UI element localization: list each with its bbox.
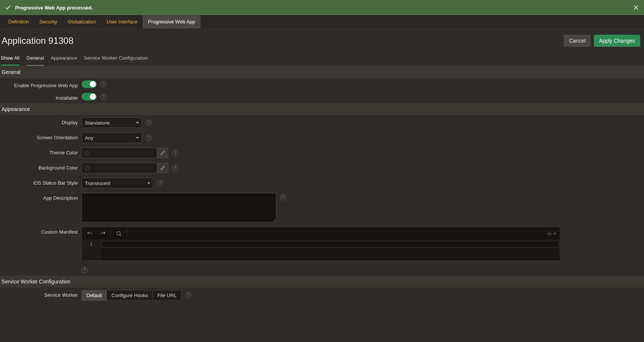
select-ios-status[interactable]: Translucent — [82, 178, 153, 188]
label-display: Display — [0, 117, 82, 125]
seg-default[interactable]: Default — [82, 290, 107, 300]
chevron-down-icon[interactable] — [553, 232, 557, 236]
label-service-worker: Service Worker — [0, 290, 82, 298]
subtab-swc[interactable]: Service Worker Configuration — [84, 52, 148, 66]
seg-file-url[interactable]: File URL — [153, 290, 181, 300]
help-icon[interactable]: ? — [100, 94, 106, 100]
no-color-icon — [84, 165, 89, 171]
undo-icon[interactable] — [85, 229, 95, 239]
help-icon[interactable]: ? — [280, 194, 286, 200]
label-enable-pwa: Enable Progressive Web App — [0, 80, 82, 88]
label-theme-color: Theme Color — [0, 148, 82, 156]
redo-icon[interactable] — [98, 229, 108, 239]
notification-bar: Progressive Web App processed. — [0, 0, 644, 15]
svg-line-5 — [120, 234, 122, 236]
subtabs: Show All General Appearance Service Work… — [0, 52, 644, 66]
segment-service-worker: Default Configure Hooks File URL — [82, 290, 182, 301]
code-gutter: 1 — [82, 240, 101, 260]
input-bg-color[interactable] — [82, 163, 157, 173]
svg-point-6 — [548, 233, 550, 234]
select-display[interactable]: Standalone — [82, 117, 142, 128]
section-header-swc: Service Worker Configuration — [0, 276, 644, 288]
tab-definition[interactable]: Definition — [3, 15, 34, 28]
label-ios-status: iOS Status Bar Style — [0, 178, 82, 186]
svg-line-1 — [85, 151, 88, 154]
tab-globalization[interactable]: Globalization — [62, 15, 101, 28]
svg-point-4 — [117, 231, 120, 235]
close-icon[interactable] — [633, 5, 639, 10]
apply-changes-button[interactable]: Apply Changes — [594, 35, 640, 47]
label-custom-manifest: Custom Manifest — [0, 227, 82, 235]
select-orientation[interactable]: Any — [82, 132, 142, 143]
section-header-general: General — [0, 66, 644, 78]
search-icon[interactable] — [114, 229, 124, 239]
subtab-appearance[interactable]: Appearance — [51, 52, 77, 66]
code-area[interactable] — [101, 240, 560, 260]
label-installable: Installable — [0, 93, 82, 101]
subtab-general[interactable]: General — [26, 52, 44, 66]
label-bg-color: Background Color — [0, 163, 82, 171]
gear-icon[interactable] — [546, 231, 552, 237]
toggle-installable[interactable] — [82, 93, 97, 100]
cancel-button[interactable]: Cancel — [564, 35, 591, 47]
code-editor: 1 — [82, 227, 560, 261]
input-theme-color[interactable] — [82, 148, 157, 158]
label-app-desc: App Description — [0, 193, 82, 201]
section-header-appearance: Appearance — [0, 103, 644, 115]
no-color-icon — [84, 150, 89, 156]
help-icon[interactable]: ? — [146, 120, 152, 126]
page-title: Application 91308 — [2, 35, 74, 46]
line-number: 1 — [82, 242, 100, 247]
help-icon[interactable]: ? — [146, 135, 152, 141]
color-picker-button[interactable] — [157, 148, 168, 158]
top-tabs: Definition Security Globalization User I… — [0, 15, 644, 29]
seg-configure-hooks[interactable]: Configure Hooks — [107, 290, 153, 300]
help-icon[interactable]: ? — [82, 267, 88, 273]
tab-progressive-web-app[interactable]: Progressive Web App — [143, 15, 200, 28]
toggle-enable-pwa[interactable] — [82, 80, 97, 88]
label-orientation: Screen Orientation — [0, 132, 82, 140]
help-icon[interactable]: ? — [100, 81, 106, 87]
tab-security[interactable]: Security — [34, 15, 62, 28]
color-picker-button[interactable] — [157, 163, 168, 173]
help-icon[interactable]: ? — [157, 180, 163, 186]
tab-user-interface[interactable]: User Interface — [101, 15, 143, 28]
svg-line-3 — [85, 166, 88, 169]
notification-message: Progressive Web App processed. — [15, 5, 93, 11]
subtab-show-all[interactable]: Show All — [1, 52, 20, 66]
help-icon[interactable]: ? — [172, 165, 178, 171]
help-icon[interactable]: ? — [185, 292, 191, 298]
textarea-app-desc[interactable] — [82, 193, 276, 222]
check-icon — [5, 4, 11, 11]
help-icon[interactable]: ? — [172, 150, 178, 156]
title-row: Application 91308 Cancel Apply Changes — [0, 29, 644, 52]
